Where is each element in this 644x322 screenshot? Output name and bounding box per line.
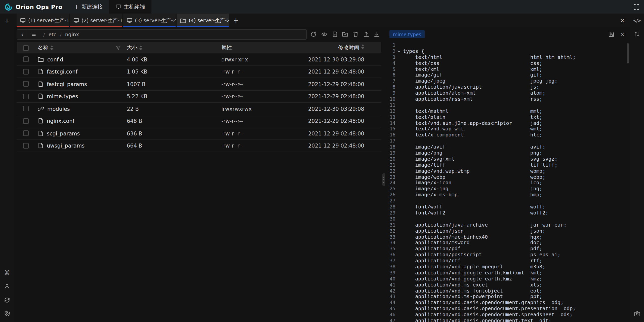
code-line: 12 text/mathml mml; bbox=[386, 108, 630, 114]
file-table: 名称 大小 属性 修改 bbox=[17, 42, 381, 152]
file-row[interactable]: uwsgi_params664 B-rw-r--r--2021-12-29 02… bbox=[17, 140, 381, 152]
add-tab-button[interactable]: + bbox=[230, 14, 242, 27]
code-line: 33 application/mac-binhex40 hqx; bbox=[386, 234, 630, 240]
brand: Orion Ops Pro bbox=[0, 0, 67, 14]
code-line: 23 image/webp webp; bbox=[386, 174, 630, 180]
code-line: 47 application/vnd.oasis.opendocument.te… bbox=[386, 318, 630, 322]
code-line: 36 application/postscript ps eps ai; bbox=[386, 252, 630, 258]
tab-status-underline bbox=[177, 26, 229, 27]
file-size: 664 B bbox=[127, 143, 221, 149]
file-row[interactable]: modules22 Blrwxrwxrwx2021-12-30 03:29:08 bbox=[17, 103, 381, 115]
terminal-icon bbox=[116, 4, 121, 10]
file-name: nginx.conf bbox=[47, 118, 74, 124]
upload-icon[interactable] bbox=[363, 31, 369, 37]
command-icon[interactable]: ⌘ bbox=[3, 268, 12, 277]
back-icon[interactable]: ‹ bbox=[17, 29, 28, 39]
line-number: 18 bbox=[386, 144, 395, 150]
row-checkbox[interactable] bbox=[23, 118, 29, 124]
path-bar: ‹ /etc/nginx bbox=[17, 29, 307, 40]
list-view-icon[interactable] bbox=[28, 29, 39, 39]
settings-icon[interactable] bbox=[3, 309, 12, 318]
file-row[interactable]: fastcgi.conf1.05 KB-rw-r--r--2021-12-29 … bbox=[17, 66, 381, 78]
breadcrumb: /etc/nginx bbox=[43, 31, 79, 37]
row-checkbox[interactable] bbox=[23, 131, 29, 136]
file-mtime: 2021-12-29 02:48:00 bbox=[298, 143, 381, 149]
code-text: application/vnd.oasis.opendocument.sprea… bbox=[402, 312, 573, 318]
user-icon[interactable] bbox=[3, 282, 12, 291]
code-editor[interactable]: 12types {3 text/html html htm shtml;4 te… bbox=[386, 40, 630, 322]
row-checkbox[interactable] bbox=[23, 81, 29, 87]
session-tab-2[interactable]: (2) server-生产-1 bbox=[70, 14, 122, 27]
line-number: 45 bbox=[386, 306, 395, 312]
code-line: 1 bbox=[386, 42, 630, 48]
refresh-icon[interactable] bbox=[310, 31, 316, 37]
code-text: application/msword doc; bbox=[402, 240, 542, 246]
file-row[interactable]: mime.types5.22 KB-rw-r--r--2021-12-29 02… bbox=[17, 90, 381, 103]
file-mtime: 2021-12-29 02:48:00 bbox=[298, 69, 381, 75]
breadcrumb-segment[interactable]: nginx bbox=[65, 31, 79, 37]
session-tab-4[interactable]: (4) server-生产-2 bbox=[177, 14, 229, 27]
sync-icon[interactable] bbox=[3, 295, 12, 304]
download-icon[interactable] bbox=[374, 31, 380, 37]
new-connection-button[interactable]: + 新建连接 bbox=[67, 0, 109, 14]
row-checkbox[interactable] bbox=[23, 69, 29, 75]
line-number: 10 bbox=[386, 96, 395, 102]
line-number: 33 bbox=[386, 234, 395, 240]
file-row[interactable]: nginx.conf648 B-rw-r--r--2021-12-29 02:4… bbox=[17, 115, 381, 127]
code-text: text/xml xml; bbox=[402, 66, 542, 72]
row-checkbox[interactable] bbox=[23, 143, 29, 149]
editor-close-icon[interactable]: × bbox=[620, 31, 625, 38]
file-row[interactable]: scgi_params636 B-rw-r--r--2021-12-29 02:… bbox=[17, 127, 381, 140]
panel-splitter[interactable] bbox=[381, 27, 386, 322]
editor-file-tab[interactable]: mime.types bbox=[389, 30, 425, 38]
row-checkbox[interactable] bbox=[23, 94, 29, 99]
breadcrumb-separator: / bbox=[43, 31, 45, 37]
file-actions bbox=[310, 31, 380, 37]
row-checkbox[interactable] bbox=[23, 106, 29, 112]
editor-scrollbar[interactable] bbox=[627, 43, 629, 63]
host-terminal-label: 主机终端 bbox=[124, 3, 145, 10]
code-line: 20 image/svg+xml svg svgz; bbox=[386, 156, 630, 162]
save-icon[interactable] bbox=[608, 31, 614, 37]
row-checkbox[interactable] bbox=[23, 57, 29, 62]
swap-vertical-icon[interactable] bbox=[632, 30, 641, 39]
fold-chevron-icon[interactable] bbox=[395, 49, 402, 53]
line-number: 26 bbox=[386, 192, 395, 198]
sort-size-icon[interactable] bbox=[139, 45, 142, 50]
line-number: 6 bbox=[386, 72, 395, 78]
line-number: 46 bbox=[386, 312, 395, 318]
file-row[interactable]: conf.d4.00 KBdrwxr-xr-x2021-12-30 03:29:… bbox=[17, 53, 381, 66]
splitter-grip-icon[interactable] bbox=[382, 173, 385, 186]
file-row[interactable]: fastcgi_params1007 B-rw-r--r--2021-12-29… bbox=[17, 78, 381, 90]
code-line: 35 application/pdf pdf; bbox=[386, 246, 630, 252]
line-number: 34 bbox=[386, 240, 395, 246]
camera-icon[interactable] bbox=[632, 309, 641, 318]
new-file-icon[interactable] bbox=[332, 31, 338, 37]
add-icon[interactable]: + bbox=[3, 16, 12, 25]
line-number: 30 bbox=[386, 216, 395, 222]
sort-mtime-icon[interactable] bbox=[361, 44, 364, 51]
select-all-checkbox[interactable] bbox=[23, 45, 29, 51]
new-folder-icon[interactable] bbox=[342, 31, 348, 37]
close-all-icon[interactable]: × bbox=[620, 17, 625, 24]
link-icon bbox=[38, 106, 44, 112]
code-text: application/vnd.apple.mpegurl m3u8; bbox=[402, 264, 545, 270]
delete-icon[interactable] bbox=[353, 31, 359, 37]
tab-status-underline bbox=[123, 26, 176, 27]
session-tab-1[interactable]: (1) server-生产-1 bbox=[17, 14, 69, 27]
session-tab-3[interactable]: (3) server-生产-2 bbox=[123, 14, 176, 27]
sort-name-icon[interactable] bbox=[50, 45, 53, 50]
code-line: 10 application/rss+xml rss; bbox=[386, 96, 630, 102]
filter-icon[interactable] bbox=[116, 45, 121, 50]
code-line: 46 application/vnd.oasis.opendocument.sp… bbox=[386, 312, 630, 318]
file-name: mime.types bbox=[47, 93, 78, 99]
line-number: 36 bbox=[386, 252, 395, 258]
fullscreen-icon[interactable] bbox=[633, 4, 639, 10]
tab-status-underline bbox=[17, 26, 69, 27]
host-terminal-tab[interactable]: 主机终端 bbox=[109, 0, 151, 14]
line-number: 5 bbox=[386, 66, 395, 72]
preview-icon[interactable] bbox=[321, 31, 328, 37]
code-text: application/pdf pdf; bbox=[402, 246, 542, 252]
code-icon[interactable]: </> bbox=[632, 16, 641, 25]
breadcrumb-segment[interactable]: etc bbox=[49, 31, 56, 37]
